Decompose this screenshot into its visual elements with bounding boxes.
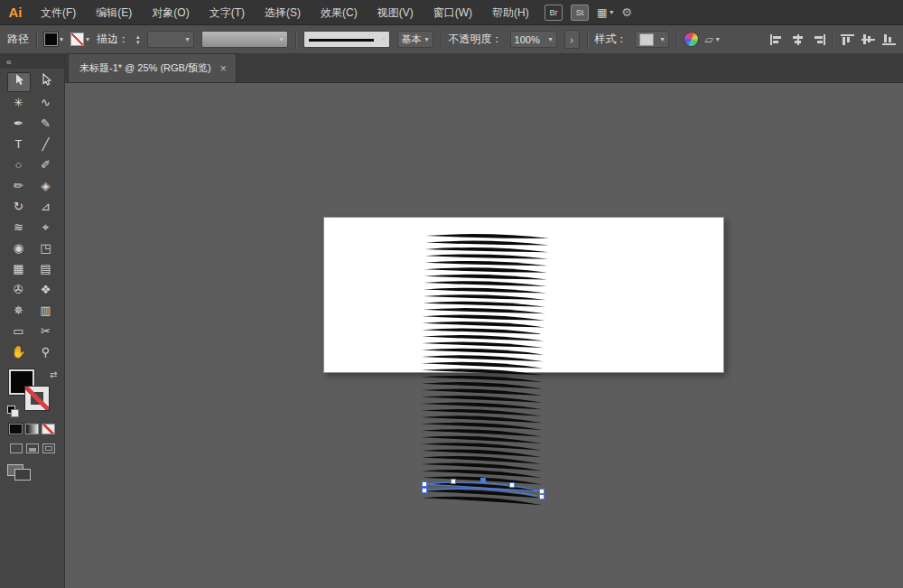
context-label: 路径: [7, 32, 29, 47]
document-area: 未标题-1* @ 25% (RGB/预览) ×: [65, 54, 903, 588]
swap-fill-stroke-icon[interactable]: ⇄: [50, 369, 57, 379]
menu-item-file[interactable]: 文件(F): [31, 6, 86, 19]
align-vertical-bottom-button[interactable]: [882, 34, 896, 45]
separator: [833, 31, 833, 49]
collapse-panel-icon[interactable]: «: [6, 57, 12, 67]
menu-item-type[interactable]: 文字(T): [200, 6, 255, 19]
type-tool[interactable]: T: [7, 135, 31, 154]
arrange-documents-button[interactable]: ▦ ▾: [597, 6, 613, 19]
artboard-tool[interactable]: ▭: [7, 322, 31, 341]
stroke-label: 描边：: [97, 32, 129, 47]
stock-button[interactable]: St: [571, 5, 589, 21]
style-label: 样式：: [595, 32, 628, 47]
gradient-tool[interactable]: ▤: [34, 259, 58, 279]
tools-panel: « ✳∿✒✎T╱○✐✏◈↻⊿≋⌖◉◳▦▤✇❖✵▥▭✂✋⚲ ⇄: [0, 54, 65, 588]
none-button[interactable]: [42, 424, 55, 434]
canvas[interactable]: [65, 83, 903, 588]
free-transform-tool[interactable]: ⌖: [34, 218, 58, 238]
gradient-button[interactable]: [25, 424, 39, 434]
eraser-tool[interactable]: ◈: [34, 176, 58, 196]
width-profile-dropdown[interactable]: ▾: [201, 31, 288, 48]
line-segment-tool[interactable]: ╱: [34, 135, 58, 154]
menu-item-window[interactable]: 窗口(W): [424, 6, 482, 19]
illustrator-window: Ai 文件(F)编辑(E)对象(O)文字(T)选择(S)效果(C)视图(V)窗口…: [0, 0, 903, 588]
bridge-button[interactable]: Br: [545, 5, 563, 21]
chevron-down-icon: ▾: [86, 36, 89, 43]
menu-item-object[interactable]: 对象(O): [142, 6, 199, 19]
ellipse-tool[interactable]: ○: [7, 155, 31, 175]
color-button[interactable]: [9, 424, 23, 434]
menu-item-edit[interactable]: 编辑(E): [86, 6, 142, 19]
align-vertical-top-button[interactable]: [841, 34, 854, 45]
artwork-blend-object[interactable]: [65, 83, 903, 588]
close-icon[interactable]: ×: [220, 63, 227, 74]
recolor-artwork-icon[interactable]: [684, 33, 698, 46]
brush-definition-dropdown[interactable]: 基本 ▾: [397, 31, 433, 48]
opacity-value: 100%: [515, 34, 540, 45]
selection-tool[interactable]: [7, 72, 31, 92]
shape-builder-tool[interactable]: ◉: [7, 238, 31, 258]
menu-item-select[interactable]: 选择(S): [255, 6, 311, 19]
direct-selection-tool[interactable]: [34, 72, 58, 92]
paint-buttons: [9, 424, 55, 434]
style-swatch-icon: [639, 33, 654, 46]
tools-panel-header[interactable]: «: [0, 54, 64, 69]
opacity-label: 不透明度：: [449, 32, 503, 47]
control-bar: 路径 ▾ ▾ 描边： ▴ ▾ ▾ ▾ ▾ 基本 ▾: [0, 25, 903, 54]
perspective-grid-tool[interactable]: ◳: [34, 238, 58, 258]
draw-inside-button[interactable]: [42, 443, 55, 453]
stepper-down-icon[interactable]: ▾: [136, 40, 140, 45]
document-tab-title: 未标题-1* @ 25% (RGB/预览): [79, 61, 211, 75]
fill-swatch-icon: [44, 33, 58, 46]
align-horizontal-left-button[interactable]: [770, 34, 784, 45]
stroke-width-stepper[interactable]: ▴ ▾: [136, 34, 140, 45]
menu-item-view[interactable]: 视图(V): [368, 6, 424, 19]
rotate-tool[interactable]: ↻: [7, 197, 31, 217]
stroke-none-swatch-icon: [70, 33, 84, 46]
curvature-tool[interactable]: ✎: [34, 114, 58, 134]
scale-tool[interactable]: ⊿: [34, 197, 58, 217]
separator: [441, 31, 442, 49]
magic-wand-tool[interactable]: ✳: [7, 93, 31, 113]
menu-item-effect[interactable]: 效果(C): [311, 6, 368, 19]
separator: [676, 31, 677, 49]
draw-behind-button[interactable]: [26, 443, 39, 453]
align-horizontal-right-button[interactable]: [812, 34, 825, 45]
document-tab[interactable]: 未标题-1* @ 25% (RGB/预览) ×: [68, 53, 237, 82]
pencil-tool[interactable]: ✏: [7, 176, 31, 196]
pen-tool[interactable]: ✒: [7, 114, 31, 134]
width-tool[interactable]: ≋: [7, 218, 31, 238]
blend-tool[interactable]: ❖: [34, 280, 58, 300]
hand-tool[interactable]: ✋: [7, 342, 31, 362]
workspace-switcher-icon[interactable]: ⚙: [621, 5, 632, 19]
brush-stroke-preview[interactable]: ▾: [303, 31, 390, 48]
screen-mode-button[interactable]: [7, 464, 34, 481]
slice-tool[interactable]: ✂: [34, 322, 58, 341]
draw-normal-button[interactable]: [10, 443, 23, 453]
fill-color-dropdown[interactable]: ▾: [44, 33, 63, 46]
menu-item-help[interactable]: 帮助(H): [482, 6, 539, 19]
graphic-style-dropdown[interactable]: ▾: [635, 31, 669, 48]
chevron-down-icon: ▾: [186, 36, 190, 43]
lasso-tool[interactable]: ∿: [34, 93, 58, 113]
column-graph-tool[interactable]: ▥: [34, 301, 58, 321]
symbol-sprayer-tool[interactable]: ✵: [7, 301, 31, 321]
align-vertical-center-button[interactable]: [861, 34, 875, 45]
stroke-proxy-swatch[interactable]: [25, 387, 49, 410]
opacity-panel-button[interactable]: ›: [564, 30, 580, 49]
separator: [587, 31, 588, 49]
mesh-tool[interactable]: ▦: [7, 259, 31, 279]
menu-items: 文件(F)编辑(E)对象(O)文字(T)选择(S)效果(C)视图(V)窗口(W)…: [31, 0, 539, 25]
separator: [36, 31, 37, 49]
zoom-tool[interactable]: ⚲: [34, 342, 58, 362]
paintbrush-tool[interactable]: ✐: [34, 155, 58, 175]
shape-options-dropdown[interactable]: ▱ ▾: [705, 33, 720, 46]
eyedropper-tool[interactable]: ✇: [7, 280, 31, 300]
opacity-combo[interactable]: 100% ▾: [510, 31, 557, 48]
stroke-width-combo[interactable]: ▾: [147, 31, 194, 48]
align-horizontal-center-button[interactable]: [791, 34, 805, 45]
chevron-down-icon: ▾: [661, 36, 665, 43]
app-logo-icon: Ai: [0, 5, 31, 20]
stroke-color-dropdown[interactable]: ▾: [70, 33, 89, 46]
default-fill-stroke-icon[interactable]: [7, 406, 18, 416]
